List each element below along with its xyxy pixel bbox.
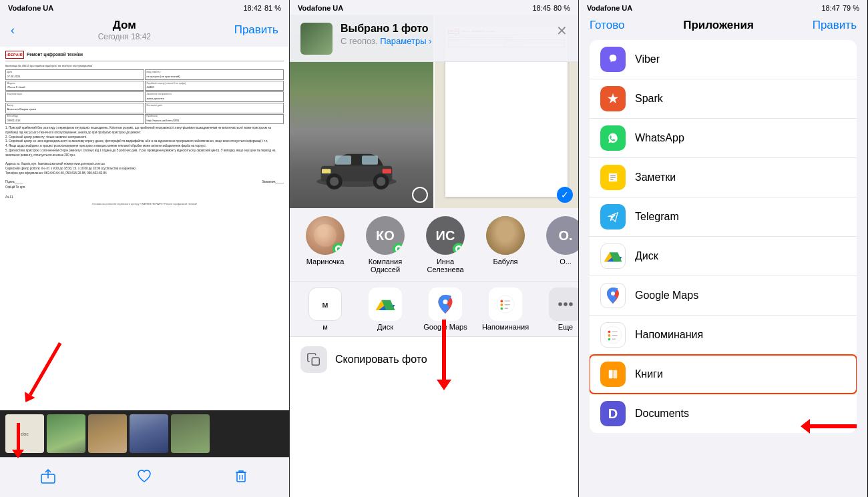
app-item-m[interactable]: м м (295, 288, 355, 331)
svg-point-9 (330, 177, 339, 185)
thumb-photo2[interactable] (88, 414, 127, 453)
status-bar-p3: Vodafone UA 18:47 79 % (579, 0, 867, 15)
contact-name-ko: КомпанияОдиссей (369, 258, 402, 274)
svg-rect-44 (609, 370, 613, 378)
share-params-link[interactable]: Параметры › (380, 36, 431, 46)
svg-point-17 (501, 304, 503, 306)
time-p2: 18:45 (532, 4, 551, 12)
nav-bar-p1: ‹ Дом Сегодня 18:42 Править (0, 15, 289, 47)
avatar-o: О. (546, 216, 578, 255)
status-bar-p1: Vodafone UA 18:42 81 % (0, 0, 289, 15)
photo-selected-badge: ✓ (557, 187, 573, 203)
share-thumb-preview (300, 23, 333, 55)
telegram-name: Telegram (635, 211, 846, 223)
svg-point-39 (608, 338, 611, 341)
red-arrow-p2 (437, 320, 451, 390)
carrier-p1: Vodafone UA (8, 4, 53, 12)
back-button-p1[interactable]: ‹ (11, 23, 15, 37)
drive-icon-list (600, 243, 626, 269)
app-icon-m: м (308, 288, 342, 321)
svg-rect-42 (612, 339, 616, 340)
time-p3: 18:47 (821, 4, 840, 12)
field-repair-type: Вид ремонтуне працює (не практичний) (145, 69, 284, 80)
nav-title-group-p1: Дом Сегодня 18:42 (98, 19, 151, 41)
gmaps-name: Google Maps (635, 290, 846, 302)
doc-signature-area: Підпис_____ Офіцій Те орп. Аз-11 Замовни… (5, 179, 284, 199)
share-close-button[interactable]: ✕ (556, 23, 568, 39)
field-model: МодельiPhone 8 білий (5, 81, 144, 91)
doc-footer: З повагою колектив сервісного центру «ХА… (5, 202, 284, 206)
app-list-drive[interactable]: Диск (590, 237, 857, 276)
contact-bab[interactable]: Бабуля (475, 216, 535, 274)
copy-action-row[interactable]: Скопировать фото (290, 336, 578, 382)
app-list-books[interactable]: Книги (590, 355, 857, 394)
app-item-remind[interactable]: Напоминания (475, 288, 535, 331)
heart-button[interactable] (131, 463, 158, 490)
contact-ko[interactable]: КО КомпанияОдиссей (355, 216, 415, 274)
app-item-drive[interactable]: Диск (355, 288, 415, 331)
share-subtitle: С геопоз. Параметры › (341, 36, 548, 46)
carrier-p3: Vodafone UA (587, 4, 632, 12)
app-icon-more (549, 288, 578, 321)
doc-body-text: 1. Пристрій прийнятий без розгляду з пер… (5, 126, 284, 175)
status-right-p3: 18:47 79 % (821, 4, 859, 12)
edit-button-p3[interactable]: Править (813, 19, 857, 32)
app-list-reminders[interactable]: Напоминания (590, 316, 857, 355)
contact-o[interactable]: О. О... (535, 216, 578, 274)
app-icon-gmaps (429, 288, 462, 321)
status-bar-p2: Vodafone UA 18:45 80 % (290, 0, 578, 15)
reminders-icon-list (600, 322, 626, 348)
app-label-drive: Диск (377, 323, 393, 331)
copy-label: Скопировать фото (335, 354, 427, 366)
telegram-icon (600, 204, 626, 229)
trash-icon (234, 469, 248, 484)
nav-subtitle-p1: Сегодня 18:42 (98, 32, 151, 41)
thumb-photo1[interactable] (47, 414, 85, 453)
thumb-photo4[interactable] (171, 414, 210, 453)
delete-button[interactable] (228, 463, 254, 490)
svg-point-18 (501, 308, 503, 310)
svg-rect-13 (383, 169, 391, 173)
battery-p2: 80 % (554, 4, 570, 12)
svg-rect-25 (312, 358, 319, 365)
books-icon (600, 362, 626, 387)
field-photo: Фото/Відр.099611016 (5, 114, 144, 125)
svg-rect-19 (505, 300, 510, 301)
svg-rect-1 (237, 472, 245, 482)
share-button[interactable] (35, 463, 61, 490)
nav-title-p3: Приложения (683, 19, 754, 32)
thumb-doc[interactable]: doc (5, 414, 44, 453)
whatsapp-icon (600, 125, 626, 151)
contact-is[interactable]: ИС ИннаСелезнева (415, 216, 475, 274)
avatar-badge-marin (333, 243, 345, 255)
app-label-more: Еще (558, 323, 573, 331)
avatar-is: ИС (426, 216, 465, 255)
app-list-gmaps[interactable]: Google Maps (590, 276, 857, 316)
carrier-p2: Vodafone UA (298, 4, 343, 12)
app-list-whatsapp[interactable]: WhatsApp (590, 119, 857, 158)
app-list-viber[interactable]: Viber (590, 40, 857, 79)
drive-svg (375, 296, 395, 313)
spark-icon (600, 86, 626, 111)
copy-icon (306, 352, 321, 367)
field-defect: Заявлена несправністьзміна дисплея (145, 91, 284, 102)
svg-point-24 (569, 302, 573, 306)
thumb-photo3[interactable] (130, 414, 168, 453)
contact-marin[interactable]: Мариночка (295, 216, 355, 274)
app-label-reminders: Напоминания (482, 323, 529, 331)
svg-point-16 (501, 300, 503, 302)
app-list-telegram[interactable]: Telegram (590, 197, 857, 237)
nav-title-p1: Дом (113, 19, 136, 32)
app-list-spark[interactable]: Spark (590, 79, 857, 119)
gmaps-icon-list (600, 283, 626, 308)
done-button-p3[interactable]: Готово (590, 19, 625, 32)
contact-name-bab: Бабуля (493, 258, 517, 266)
edit-button-p1[interactable]: Править (234, 23, 278, 37)
app-label-m: м (322, 323, 328, 331)
whatsapp-name: WhatsApp (635, 132, 846, 144)
contacts-row: Мариночка КО КомпанияОдиссей ИС ИннаСеле… (290, 208, 578, 282)
app-list-notes[interactable]: Заметки (590, 158, 857, 197)
red-arrow-to-share (12, 423, 24, 458)
app-item-more[interactable]: Еще (535, 288, 578, 331)
field-serial: Серійний номер (останні 5-та цифр)44480 (145, 81, 284, 91)
